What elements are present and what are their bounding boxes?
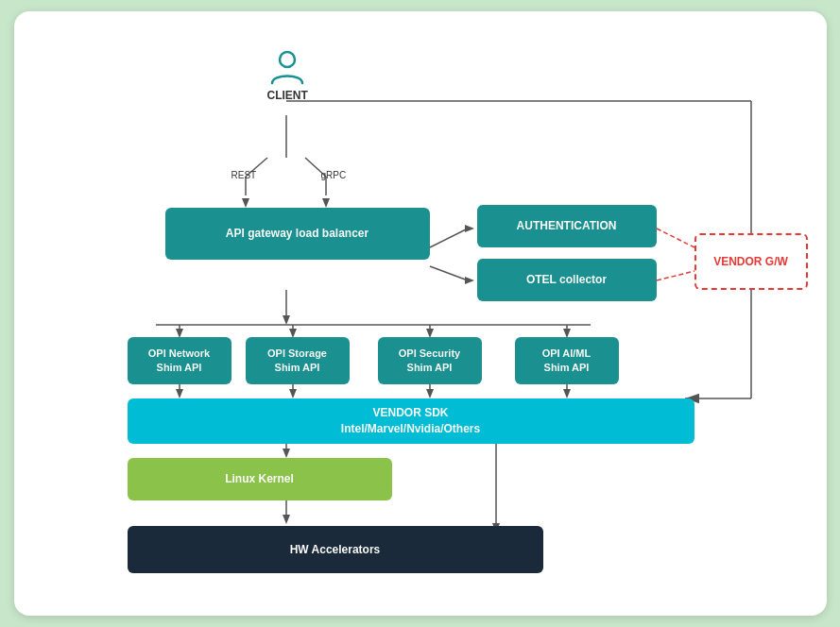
svg-marker-15 (283, 315, 290, 325)
opi-network-box: OPI Network Shim API (128, 337, 231, 384)
svg-marker-9 (322, 198, 330, 208)
svg-line-12 (430, 266, 468, 280)
opi-security-box: OPI Security Shim API (378, 337, 482, 384)
api-gateway-box: API gateway load balancer (165, 208, 430, 260)
rest-label: REST (231, 170, 257, 180)
grpc-label: gRPC (321, 170, 347, 180)
svg-marker-13 (465, 277, 474, 284)
svg-point-42 (280, 52, 295, 67)
svg-marker-30 (426, 389, 434, 398)
vendor-gw-box: VENDOR G/W (694, 233, 808, 290)
client-icon (268, 47, 306, 85)
svg-marker-32 (563, 389, 571, 398)
opi-aiml-box: OPI AI/ML Shim API (515, 337, 619, 384)
svg-marker-28 (289, 389, 297, 398)
otel-box: OTEL collector (477, 259, 657, 301)
hw-accelerators-box: HW Accelerators (128, 526, 543, 573)
svg-marker-36 (283, 515, 290, 524)
svg-line-40 (657, 271, 694, 280)
diagram-inner: CLIENT REST gRPC API gateway load balanc… (33, 30, 808, 597)
svg-marker-34 (283, 449, 290, 458)
authentication-box: AUTHENTICATION (477, 205, 657, 247)
opi-storage-box: OPI Storage Shim API (246, 337, 350, 384)
arrows-svg (33, 30, 808, 597)
client-label: CLIENT (267, 89, 308, 102)
diagram-container: CLIENT REST gRPC API gateway load balanc… (14, 11, 827, 616)
svg-line-39 (657, 229, 694, 247)
vendor-sdk-box: VENDOR SDK Intel/Marvel/Nvidia/Others (128, 398, 694, 444)
svg-marker-11 (465, 225, 474, 232)
client-section: CLIENT (267, 47, 308, 102)
svg-line-10 (430, 229, 468, 247)
svg-marker-26 (176, 389, 183, 398)
svg-marker-8 (242, 198, 249, 208)
linux-kernel-box: Linux Kernel (128, 458, 392, 500)
